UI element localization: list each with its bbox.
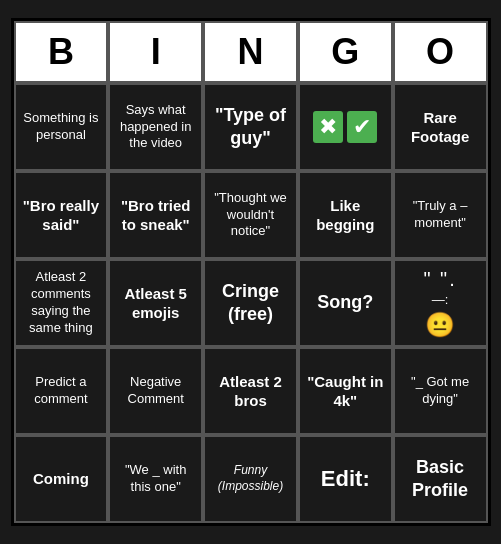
- cell-1-2: Says what happened in the video: [108, 83, 203, 171]
- cell-2-4: Like begging: [298, 171, 393, 259]
- cell-text: Says what happened in the video: [114, 102, 197, 153]
- header-b: B: [14, 21, 109, 83]
- cell-1-5: Rare Footage: [393, 83, 488, 171]
- cell-text: Coming: [33, 469, 89, 489]
- cell-text: Like begging: [304, 196, 387, 235]
- bingo-card: B I N G O Something is personal Says wha…: [11, 18, 491, 526]
- cell-4-5: "_ Got me dying": [393, 347, 488, 435]
- cell-4-4: "Caught in 4k": [298, 347, 393, 435]
- header-n: N: [203, 21, 298, 83]
- cell-1-3: "Type of guy": [203, 83, 298, 171]
- header-o: O: [393, 21, 488, 83]
- cell-text: Atleast 5 emojis: [114, 284, 197, 323]
- cell-text: "Bro tried to sneak": [114, 196, 197, 235]
- cell-text: "Thought we wouldn't notice": [209, 190, 292, 241]
- cell-text: Rare Footage: [399, 108, 482, 147]
- cell-1-4: ✖ ✔: [298, 83, 393, 171]
- cell-2-1: "Bro really said": [14, 171, 109, 259]
- cell-text: Funny (Impossible): [209, 463, 292, 494]
- cell-5-5: Basic Profile: [393, 435, 488, 523]
- cell-text: "Truly a – moment": [399, 198, 482, 232]
- cell-5-1: Coming: [14, 435, 109, 523]
- neutral-emoji: 😐: [425, 309, 455, 340]
- cell-text: Basic Profile: [399, 456, 482, 503]
- cell-text: Atleast 2 bros: [209, 372, 292, 411]
- cell-5-2: "We _ with this one": [108, 435, 203, 523]
- cell-2-3: "Thought we wouldn't notice": [203, 171, 298, 259]
- dash-text: —:: [432, 292, 449, 309]
- header-g: G: [298, 21, 393, 83]
- bingo-grid: Something is personal Says what happened…: [14, 83, 488, 523]
- cell-text: "_ Got me dying": [399, 374, 482, 408]
- cell-4-3: Atleast 2 bros: [203, 347, 298, 435]
- cell-2-2: "Bro tried to sneak": [108, 171, 203, 259]
- x-icon: ✖: [313, 111, 343, 144]
- check-icon: ✔: [347, 111, 377, 144]
- cell-text: Song?: [317, 291, 373, 314]
- cell-icons: ✖ ✔: [313, 111, 377, 144]
- cell-5-3: Funny (Impossible): [203, 435, 298, 523]
- cell-text: Cringe (free): [209, 280, 292, 327]
- cell-text: Atleast 2 comments saying the same thing: [20, 269, 103, 337]
- cell-3-5: " ". —: 😐: [393, 259, 488, 347]
- cell-text: "Type of guy": [209, 104, 292, 151]
- cell-text: Predict a comment: [20, 374, 103, 408]
- cell-5-4: Edit:: [298, 435, 393, 523]
- quote-mark: " ".: [423, 266, 456, 292]
- cell-3-4: Song?: [298, 259, 393, 347]
- cell-3-2: Atleast 5 emojis: [108, 259, 203, 347]
- cell-text: "Bro really said": [20, 196, 103, 235]
- cell-3-3: Cringe (free): [203, 259, 298, 347]
- cell-text: Edit:: [321, 465, 370, 494]
- cell-4-2: Negative Comment: [108, 347, 203, 435]
- bingo-header: B I N G O: [14, 21, 488, 83]
- cell-2-5: "Truly a – moment": [393, 171, 488, 259]
- header-i: I: [108, 21, 203, 83]
- cell-text: Something is personal: [20, 110, 103, 144]
- cell-1-1: Something is personal: [14, 83, 109, 171]
- cell-4-1: Predict a comment: [14, 347, 109, 435]
- cell-text: "Caught in 4k": [304, 372, 387, 411]
- cell-3-1: Atleast 2 comments saying the same thing: [14, 259, 109, 347]
- cell-text: Negative Comment: [114, 374, 197, 408]
- cell-text: "We _ with this one": [114, 462, 197, 496]
